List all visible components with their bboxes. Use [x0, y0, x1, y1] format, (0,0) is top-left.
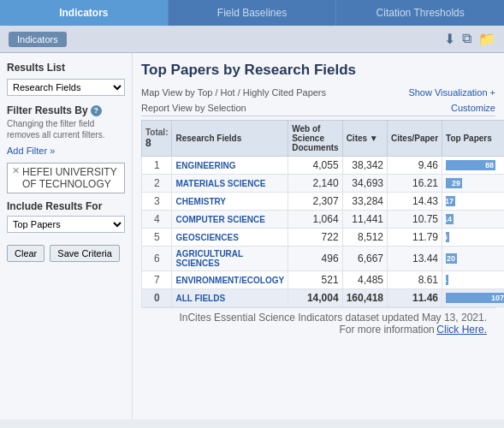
include-results-select[interactable]: Top Papers	[7, 216, 125, 233]
cell-field[interactable]: COMPUTER SCIENCE	[172, 211, 288, 229]
cell-docs: 2,140	[288, 175, 342, 193]
footer-more-info: For more information	[339, 324, 434, 336]
cell-field[interactable]: ENVIRONMENT/ECOLOGY	[172, 271, 288, 289]
cell-cites-per: 9.46	[388, 157, 442, 175]
save-criteria-button[interactable]: Save Criteria	[50, 245, 120, 262]
col-total: Total: 8	[142, 121, 172, 157]
report-bar: Report View by Selection Customize	[141, 103, 495, 116]
filter-by-label: Filter Results By ?	[7, 104, 125, 116]
page-title: Top Papers by Research Fields	[141, 62, 495, 79]
cell-cites-per: 11.46	[388, 289, 442, 307]
cell-top-papers: 20	[442, 247, 504, 271]
cell-docs: 496	[288, 247, 342, 271]
cell-cites-per: 10.75	[388, 211, 442, 229]
toolbar-left: Indicators	[9, 32, 67, 47]
download-icon[interactable]: ⬇	[444, 31, 455, 47]
remove-filter-icon[interactable]: ✕	[12, 166, 20, 175]
toolbar-right: ⬇ ⧉ 📁	[444, 31, 495, 47]
sidebar: Results List Research Fields Filter Resu…	[0, 53, 133, 419]
cell-cites: 6,667	[342, 247, 387, 271]
cell-field[interactable]: MATERIALS SCIENCE	[172, 175, 288, 193]
content-area: Top Papers by Research Fields Map View b…	[133, 53, 504, 419]
cell-top-papers: 29	[442, 175, 504, 193]
main-content: Results List Research Fields Filter Resu…	[0, 53, 504, 419]
table-row: 4 COMPUTER SCIENCE 1,064 11,441 10.75 14	[142, 211, 505, 229]
filter-tag-label: HEFEI UNIVERSITY OF TECHNOLOGY	[22, 166, 120, 190]
cell-cites: 4,485	[342, 271, 387, 289]
cell-rank: 6	[142, 247, 172, 271]
table-row: 7 ENVIRONMENT/ECOLOGY 521 4,485 8.61 4	[142, 271, 505, 289]
cell-rank: 7	[142, 271, 172, 289]
cell-top-papers: 107	[442, 289, 504, 307]
cell-cites: 8,512	[342, 229, 387, 247]
cell-cites: 38,342	[342, 157, 387, 175]
cell-rank: 1	[142, 157, 172, 175]
cell-cites: 160,418	[342, 289, 387, 307]
footer: InCites Essential Science Indicators dat…	[141, 307, 495, 339]
cell-cites: 34,693	[342, 175, 387, 193]
cell-top-papers: 4	[442, 271, 504, 289]
cell-docs: 722	[288, 229, 342, 247]
copy-icon[interactable]: ⧉	[462, 31, 471, 47]
help-icon[interactable]: ?	[91, 105, 102, 116]
footer-text: InCites Essential Science Indicators dat…	[179, 312, 487, 324]
active-filter-tag: ✕ HEFEI UNIVERSITY OF TECHNOLOGY	[7, 163, 125, 193]
cell-docs: 2,307	[288, 193, 342, 211]
customize-link[interactable]: Customize	[451, 103, 495, 113]
table-row: 6 AGRICULTURAL SCIENCES 496 6,667 13.44 …	[142, 247, 505, 271]
table-row: 3 CHEMISTRY 2,307 33,284 14.43 17	[142, 193, 505, 211]
cell-top-papers: 14	[442, 211, 504, 229]
cell-rank: 0	[142, 289, 172, 307]
cell-top-papers: 17	[442, 193, 504, 211]
folder-icon[interactable]: 📁	[478, 31, 495, 47]
cell-field[interactable]: ALL FIELDS	[172, 289, 288, 307]
action-buttons: Clear Save Criteria	[7, 245, 125, 262]
add-filter-link[interactable]: Add Filter »	[7, 146, 125, 156]
results-list-select[interactable]: Research Fields	[7, 79, 125, 96]
data-table: Total: 8 Research Fields Web of Science …	[141, 120, 504, 307]
top-navigation: Indicators Field Baselines Citation Thre…	[0, 0, 504, 26]
table-row: 0 ALL FIELDS 14,004 160,418 11.46 107	[142, 289, 505, 307]
col-cites[interactable]: Cites ▼	[342, 121, 387, 157]
cell-field[interactable]: AGRICULTURAL SCIENCES	[172, 247, 288, 271]
cell-cites: 33,284	[342, 193, 387, 211]
cell-docs: 4,055	[288, 157, 342, 175]
cell-top-papers: 88	[442, 157, 504, 175]
cell-rank: 5	[142, 229, 172, 247]
report-label: Report View by Selection	[141, 103, 246, 113]
cell-field[interactable]: CHEMISTRY	[172, 193, 288, 211]
table-row: 1 ENGINEERING 4,055 38,342 9.46 88	[142, 157, 505, 175]
nav-field-baselines[interactable]: Field Baselines	[169, 0, 337, 26]
cell-cites-per: 11.79	[388, 229, 442, 247]
cell-docs: 521	[288, 271, 342, 289]
cell-cites-per: 16.21	[388, 175, 442, 193]
cell-docs: 14,004	[288, 289, 342, 307]
cell-top-papers: 6	[442, 229, 504, 247]
include-results-label: Include Results For	[7, 200, 125, 212]
col-wos-docs: Web of Science Documents	[288, 121, 342, 157]
col-research-fields: Research Fields	[172, 121, 288, 157]
table-row: 2 MATERIALS SCIENCE 2,140 34,693 16.21 2…	[142, 175, 505, 193]
col-top-papers: Top Papers	[442, 121, 504, 157]
cell-rank: 4	[142, 211, 172, 229]
map-view-bar: Map View by Top / Hot / Highly Cited Pap…	[141, 87, 495, 98]
filter-note: Changing the filter field removes all cu…	[7, 118, 125, 140]
footer-click-here-link[interactable]: Click Here.	[436, 324, 487, 336]
show-visualization-link[interactable]: Show Visualization +	[408, 87, 495, 98]
clear-button[interactable]: Clear	[7, 245, 44, 262]
toolbar: Indicators ⬇ ⧉ 📁	[0, 26, 504, 53]
cell-docs: 1,064	[288, 211, 342, 229]
cell-field[interactable]: ENGINEERING	[172, 157, 288, 175]
cell-cites-per: 8.61	[388, 271, 442, 289]
cell-cites: 11,441	[342, 211, 387, 229]
nav-indicators[interactable]: Indicators	[0, 0, 169, 26]
breadcrumb-button[interactable]: Indicators	[9, 32, 67, 47]
nav-citation-thresholds[interactable]: Citation Thresholds	[336, 0, 504, 26]
cell-rank: 2	[142, 175, 172, 193]
cell-rank: 3	[142, 193, 172, 211]
cell-cites-per: 13.44	[388, 247, 442, 271]
cell-cites-per: 14.43	[388, 193, 442, 211]
cell-field[interactable]: GEOSCIENCES	[172, 229, 288, 247]
map-view-label: Map View by Top / Hot / Highly Cited Pap…	[141, 87, 326, 98]
col-cites-per: Cites/Paper	[388, 121, 442, 157]
